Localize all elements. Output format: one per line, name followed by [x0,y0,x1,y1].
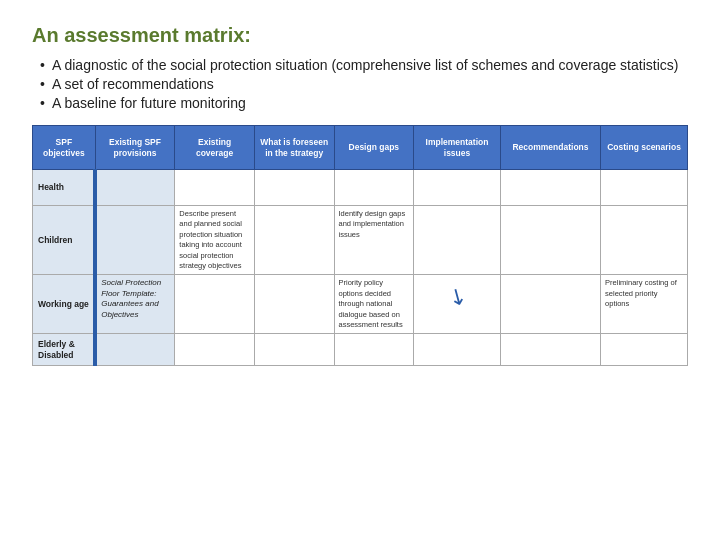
cell-elderly-coverage [175,334,255,366]
cell-elderly-foreseen [254,334,334,366]
cell-elderly-provisions [95,334,175,366]
table-row-health: Health [33,170,688,206]
children-design-note: Identify design gaps and implementation … [339,209,406,239]
table-row-children: Children Describe present and planned so… [33,206,688,275]
header-recommendations: Recommendations [500,126,600,170]
row-label-elderly: Elderly & Disabled [33,334,96,366]
working-costing-note: Preliminary costing of selected priority… [605,278,677,308]
cell-health-coverage [175,170,255,206]
row-label-children: Children [33,206,96,275]
cell-children-design: Identify design gaps and implementation … [334,206,414,275]
cell-working-rec [500,275,600,334]
cell-health-costing [601,170,688,206]
working-priority-note: Priority policy options decided through … [339,278,403,329]
assessment-matrix: SPF objectives Existing SPF provisions E… [32,125,688,366]
cell-children-coverage: Describe present and planned social prot… [175,206,255,275]
cell-children-costing [601,206,688,275]
cell-working-impl: ↘ [414,275,501,334]
bullet-item-3: A baseline for future monitoring [40,95,688,111]
cell-health-impl [414,170,501,206]
row-label-working-age: Working age [33,275,96,334]
cell-children-rec [500,206,600,275]
header-impl-issues: Implementation issues [414,126,501,170]
header-foreseen: What is foreseen in the strategy [254,126,334,170]
row-label-health: Health [33,170,96,206]
bullet-list: A diagnostic of the social protection si… [32,57,688,111]
cell-children-foreseen [254,206,334,275]
children-coverage-note: Describe present and planned social prot… [179,209,242,270]
cell-elderly-impl [414,334,501,366]
header-costing: Costing scenarios [601,126,688,170]
header-existing-spf: Existing SPF provisions [95,126,175,170]
spf-template-note: Social Protection Floor Template: Guaran… [101,278,161,318]
header-spf-objectives: SPF objectives [33,126,96,170]
bullet-item-2: A set of recommendations [40,76,688,92]
cell-health-rec [500,170,600,206]
cell-health-foreseen [254,170,334,206]
cell-elderly-rec [500,334,600,366]
cell-working-coverage [175,275,255,334]
cell-elderly-design [334,334,414,366]
table-row-elderly: Elderly & Disabled [33,334,688,366]
cell-children-impl [414,206,501,275]
table-row-working-age: Working age Social Protection Floor Temp… [33,275,688,334]
header-design-gaps: Design gaps [334,126,414,170]
arrow-down-icon: ↘ [442,280,472,314]
cell-working-foreseen [254,275,334,334]
cell-working-provisions: Social Protection Floor Template: Guaran… [95,275,175,334]
cell-children-provisions [95,206,175,275]
page: An assessment matrix: A diagnostic of th… [0,0,720,386]
cell-health-provisions [95,170,175,206]
bullet-item-1: A diagnostic of the social protection si… [40,57,688,73]
cell-elderly-costing [601,334,688,366]
header-existing-coverage: Existing coverage [175,126,255,170]
cell-working-design: Priority policy options decided through … [334,275,414,334]
cell-health-design [334,170,414,206]
page-title: An assessment matrix: [32,24,688,47]
cell-working-costing: Preliminary costing of selected priority… [601,275,688,334]
